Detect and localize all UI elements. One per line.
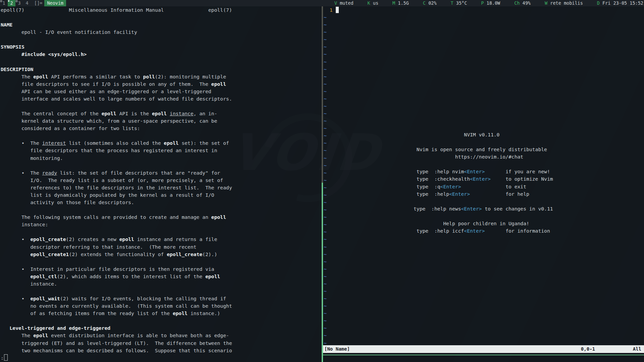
man-line: kernel data structure which, from a user… — [1, 117, 232, 125]
man-line: descriptor referring to that instance. (… — [1, 243, 232, 251]
tilde-marker: ~ — [324, 81, 327, 87]
man-line: • epoll_create(2) creates a new epoll in… — [1, 236, 232, 243]
man-line: NAME — [1, 21, 232, 28]
man-line: The epoll event distribution interface i… — [1, 332, 232, 339]
tilde-marker: ~ — [324, 281, 327, 287]
nvim-intro-line: type :help nvim<Enter> if you are new! — [414, 168, 553, 175]
tilde-marker: ~ — [324, 222, 327, 227]
man-line: no events are currently available. (This… — [1, 302, 232, 310]
nvim-intro-line — [414, 161, 553, 168]
tilde-marker: ~ — [324, 318, 327, 323]
pager-command-prompt[interactable]: : — [1, 354, 8, 362]
man-line: interface and scales well to large numbe… — [1, 95, 232, 103]
buffer-name: [No Name] — [324, 346, 350, 352]
nvim-buffer[interactable]: 1 ~~~~~~~~~~~~~~~~~~~~~~~~~~~~~~~~~~~~~~… — [324, 6, 339, 347]
nvim-line-1[interactable]: 1 — [324, 6, 339, 14]
man-line: Level-triggered and edge-triggered — [1, 324, 232, 332]
tilde-marker: ~ — [324, 333, 327, 338]
status-bar: 1234 []= Neovim V mutedK usM 1.5GC 02%T … — [0, 0, 644, 6]
man-line — [1, 14, 232, 21]
workspace-tag-1[interactable]: 1 — [0, 0, 8, 6]
workspace-tag-2[interactable]: 2 — [8, 0, 15, 6]
status-key: W — [545, 0, 547, 6]
tag-client-indicator — [0, 0, 2, 2]
status-key: C — [423, 0, 426, 6]
man-line: two mechanisms can be described as follo… — [1, 347, 232, 354]
man-line: • The ready list: the set of file descri… — [1, 169, 232, 177]
tilde-marker: ~ — [324, 74, 327, 79]
tilde-marker: ~ — [324, 236, 327, 242]
man-line: DESCRIPTION — [1, 66, 232, 73]
man-line: #include <sys/epoll.h> — [1, 51, 232, 58]
tilde-marker: ~ — [324, 288, 327, 294]
tilde-row: ~ — [324, 73, 339, 80]
workspace-tags: 1234 — [0, 0, 31, 6]
tilde-row: ~ — [324, 58, 339, 66]
tilde-row: ~ — [324, 51, 339, 58]
man-line: • Interest in particular file descriptor… — [1, 265, 232, 273]
tilde-marker: ~ — [324, 103, 327, 109]
tilde-row: ~ — [324, 117, 339, 125]
man-line: file descriptors to see if I/O is possib… — [1, 80, 232, 88]
tilde-marker: ~ — [324, 88, 327, 94]
status-key: D — [597, 0, 600, 6]
man-line: triggered (ET) and as level-triggered (L… — [1, 340, 232, 347]
man-line — [1, 258, 232, 265]
status-item-T: T 35°C — [451, 0, 467, 6]
window-separator[interactable] — [322, 6, 323, 362]
man-line — [1, 228, 232, 236]
tilde-marker: ~ — [324, 125, 327, 131]
tilde-marker: ~ — [324, 266, 327, 272]
nvim-intro-line: type :help<Enter> for help — [414, 190, 553, 198]
scroll-position: All — [633, 345, 641, 353]
tilde-marker: ~ — [324, 51, 327, 57]
terminal-man-page-window[interactable]: epoll(7) Miscellaneous Information Manua… — [0, 6, 322, 362]
cursor-ruler: 0,0-1 — [581, 345, 595, 353]
tilde-marker: ~ — [324, 244, 327, 250]
desktop: VOID 1234 []= Neovim V mutedK usM 1.5GC … — [0, 0, 644, 362]
status-key: V — [334, 0, 337, 6]
tilde-row: ~ — [324, 288, 339, 295]
man-line: instance: — [1, 221, 232, 228]
workspace-tag-4[interactable]: 4 — [23, 0, 31, 6]
nvim-intro-line: type :help iccf<Enter> for information — [414, 227, 553, 235]
tilde-row: ~ — [324, 251, 339, 258]
status-item-P: P 18.0W — [481, 0, 500, 6]
tilde-row: ~ — [324, 110, 339, 117]
tilde-row: ~ — [324, 88, 339, 95]
tilde-marker: ~ — [324, 96, 327, 102]
tilde-marker: ~ — [324, 59, 327, 65]
man-line — [1, 132, 232, 139]
man-line: • The interest list (sometimes also call… — [1, 139, 232, 147]
status-item-M: M 1.5G — [392, 0, 409, 6]
nvim-intro-line: Nvim is open source and freely distribut… — [414, 146, 553, 153]
workspace-tag-3[interactable]: 3 — [15, 0, 23, 6]
tilde-row: ~ — [324, 162, 339, 169]
tilde-row: ~ — [324, 191, 339, 199]
man-line — [1, 288, 232, 295]
man-line — [1, 317, 232, 324]
tilde-row: ~ — [324, 95, 339, 103]
status-key: K — [368, 0, 370, 6]
man-line — [1, 58, 232, 66]
nvim-intro-line: type :help news<Enter> to see changes in… — [414, 205, 553, 213]
tilde-marker: ~ — [324, 140, 327, 146]
tilde-row: ~ — [324, 125, 339, 132]
nvim-cursor — [336, 7, 339, 13]
tilde-marker: ~ — [324, 207, 327, 213]
tilde-marker: ~ — [324, 251, 327, 257]
tilde-marker: ~ — [324, 310, 327, 316]
neovim-window[interactable]: 1 ~~~~~~~~~~~~~~~~~~~~~~~~~~~~~~~~~~~~~~… — [323, 6, 644, 362]
tilde-row: ~ — [324, 103, 339, 110]
window-border-green — [322, 183, 323, 362]
layout-symbol[interactable]: []= — [34, 0, 42, 6]
tilde-marker: ~ — [324, 147, 327, 153]
focused-window-title[interactable]: Neovim — [44, 0, 66, 6]
man-line: monitoring. — [1, 155, 232, 162]
tilde-marker: ~ — [324, 29, 327, 35]
status-key: Ch — [514, 0, 520, 6]
status-item-K: K us — [368, 0, 379, 6]
tilde-row: ~ — [324, 199, 339, 206]
line-number: 1 — [324, 6, 333, 14]
tilde-marker: ~ — [324, 192, 327, 198]
